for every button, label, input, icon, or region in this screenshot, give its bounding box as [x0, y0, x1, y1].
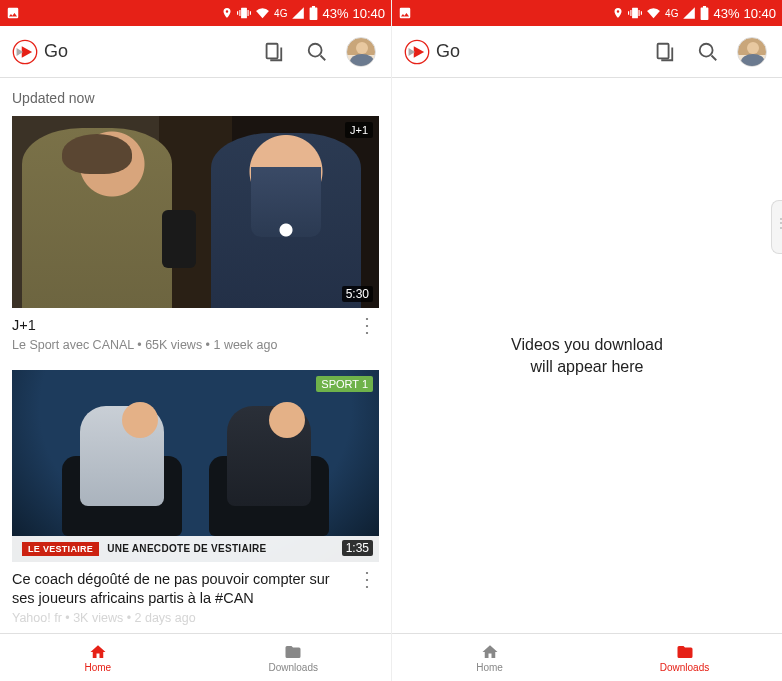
nav-downloads[interactable]: Downloads — [196, 634, 392, 681]
youtube-go-icon — [12, 39, 38, 65]
battery-percent: 43% — [713, 6, 739, 21]
picture-icon — [6, 6, 20, 20]
app-logo[interactable]: Go — [12, 39, 68, 65]
video-more-button[interactable]: ⋮ — [355, 570, 379, 586]
wifi-icon — [255, 6, 270, 20]
folder-icon — [674, 643, 696, 661]
app-name: Go — [436, 41, 460, 62]
wifi-icon — [646, 6, 661, 20]
nav-home[interactable]: Home — [0, 634, 196, 681]
nav-downloads-label: Downloads — [660, 662, 709, 673]
picture-icon — [398, 6, 412, 20]
account-button[interactable] — [734, 34, 770, 70]
app-name: Go — [44, 41, 68, 62]
video-thumbnail[interactable]: J+1 5:30 — [12, 116, 379, 308]
home-icon — [87, 643, 109, 661]
channel-badge: SPORT 1 — [316, 376, 373, 392]
app-bar: Go — [0, 26, 391, 78]
library-button[interactable] — [255, 34, 291, 70]
nav-downloads-label: Downloads — [269, 662, 318, 673]
svg-rect-1 — [267, 43, 278, 58]
network-type: 4G — [274, 8, 287, 19]
library-button[interactable] — [646, 34, 682, 70]
video-subtitle: Le Sport avec CANAL • 65K views • 1 week… — [12, 338, 355, 352]
status-bar: 4G 43% 10:40 — [0, 0, 391, 26]
video-card[interactable]: SPORT 1 LE VESTIAIRE UNE ANECDOTE DE VES… — [12, 370, 379, 625]
nav-home-label: Home — [476, 662, 503, 673]
avatar — [346, 37, 376, 67]
screen-home: 4G 43% 10:40 Go — [0, 0, 391, 681]
signal-icon — [291, 6, 305, 20]
channel-badge: J+1 — [345, 122, 373, 138]
video-feed[interactable]: Updated now J+1 5:30 J+1 Le Sport avec C… — [0, 78, 391, 633]
search-button[interactable] — [299, 34, 335, 70]
bottom-nav: Home Downloads — [392, 633, 782, 681]
video-duration: 1:35 — [342, 540, 373, 556]
video-duration: 5:30 — [342, 286, 373, 302]
downloads-empty-state: Videos you download will appear here — [392, 78, 782, 633]
battery-icon — [309, 6, 318, 20]
chyron: LE VESTIAIRE UNE ANECDOTE DE VESTIAIRE — [12, 536, 379, 562]
library-icon — [653, 41, 675, 63]
app-bar: Go — [392, 26, 782, 78]
video-title: Ce coach dégoûté de ne pas pouvoir compt… — [12, 570, 355, 608]
clock: 10:40 — [743, 6, 776, 21]
vibrate-icon — [628, 6, 642, 20]
library-icon — [262, 41, 284, 63]
search-icon — [697, 41, 719, 63]
account-button[interactable] — [343, 34, 379, 70]
battery-icon — [700, 6, 709, 20]
network-type: 4G — [665, 8, 678, 19]
location-icon — [612, 7, 624, 19]
location-icon — [221, 7, 233, 19]
nav-home-label: Home — [84, 662, 111, 673]
video-subtitle: Yahoo! fr • 3K views • 2 days ago — [12, 611, 355, 625]
svg-rect-4 — [658, 43, 669, 58]
video-title: J+1 — [12, 316, 355, 335]
video-more-button[interactable]: ⋮ — [355, 316, 379, 332]
search-button[interactable] — [690, 34, 726, 70]
video-thumbnail[interactable]: SPORT 1 LE VESTIAIRE UNE ANECDOTE DE VES… — [12, 370, 379, 562]
svg-point-2 — [309, 43, 322, 56]
signal-icon — [682, 6, 696, 20]
nav-home[interactable]: Home — [392, 634, 587, 681]
vibrate-icon — [237, 6, 251, 20]
youtube-go-icon — [404, 39, 430, 65]
edge-gesture-handle[interactable] — [771, 200, 782, 254]
folder-icon — [282, 643, 304, 661]
battery-percent: 43% — [322, 6, 348, 21]
search-icon — [306, 41, 328, 63]
app-logo[interactable]: Go — [404, 39, 460, 65]
status-bar: 4G 43% 10:40 — [392, 0, 782, 26]
nav-downloads[interactable]: Downloads — [587, 634, 782, 681]
svg-point-5 — [700, 43, 713, 56]
feed-updated-label: Updated now — [0, 86, 391, 116]
video-card[interactable]: J+1 5:30 J+1 Le Sport avec CANAL • 65K v… — [12, 116, 379, 352]
clock: 10:40 — [352, 6, 385, 21]
avatar — [737, 37, 767, 67]
screen-downloads: 4G 43% 10:40 Go — [391, 0, 782, 681]
home-icon — [479, 643, 501, 661]
bottom-nav: Home Downloads — [0, 633, 391, 681]
